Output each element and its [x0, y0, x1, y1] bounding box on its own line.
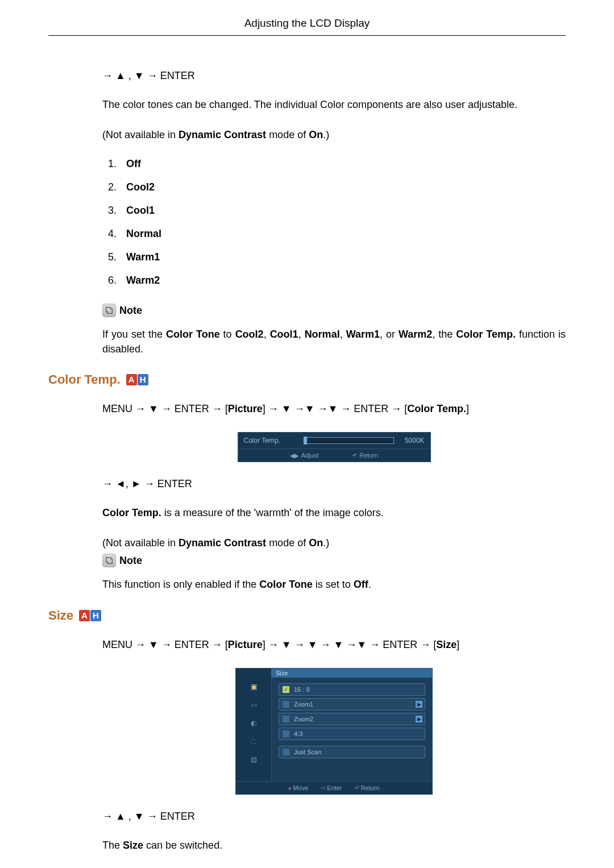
- sz-bold: Size: [123, 840, 143, 851]
- osd-size-body: ▣ ▭ ◐ ◌ ▤ ✓ 16 : 9 Zoom1 ▶: [236, 678, 432, 781]
- tone-off: Off: [126, 158, 141, 169]
- osd-item-zoom2[interactable]: Zoom2 ▶: [279, 713, 425, 725]
- nt-colortemp: Color Temp.: [456, 329, 516, 340]
- return-icon: ↶: [352, 452, 357, 459]
- section-size: Size A H: [48, 608, 566, 623]
- check-icon: [283, 701, 289, 708]
- nt-the: , the: [432, 329, 456, 340]
- mp-colortemp: Color Temp.: [407, 403, 466, 414]
- nt-s2: ,: [298, 329, 305, 340]
- badge-group: A H: [79, 610, 101, 621]
- on-label: On: [309, 129, 323, 140]
- osd-size-title: Size: [271, 668, 432, 678]
- main-content: → ▲ , ▼ → ENTER The color tones can be c…: [48, 70, 566, 868]
- osd-side-picture-icon[interactable]: ▣: [248, 682, 259, 691]
- list-item: Cool1: [119, 205, 566, 217]
- osd-side-setup-icon[interactable]: ◌: [248, 737, 259, 746]
- na-mode-of: mode of: [266, 129, 309, 140]
- mp-s-1: MENU → ▼ → ENTER → [: [102, 639, 228, 650]
- osd-item-label: Zoom1: [294, 701, 313, 708]
- note-color-tone-text: If you set the Color Tone to Cool2, Cool…: [102, 327, 566, 356]
- na-prefix: (Not available in: [102, 129, 179, 140]
- menu-path-size: MENU → ▼ → ENTER → [Picture] → ▼ → ▼ → ▼…: [102, 638, 566, 652]
- na2-suffix: .): [323, 537, 329, 549]
- osd-item-just-scan[interactable]: Just Scan: [279, 746, 425, 758]
- osd-sidebar: ▣ ▭ ◐ ◌ ▤: [236, 678, 272, 781]
- osd-main: ✓ 16 : 9 Zoom1 ▶ Zoom2 ▶: [272, 678, 432, 781]
- color-tone-list: Off Cool2 Cool1 Normal Warm1 Warm2: [102, 158, 566, 286]
- list-item: Warm1: [119, 251, 566, 263]
- nt-to: to: [220, 329, 235, 340]
- osd-item-4-3[interactable]: 4:3: [279, 728, 425, 740]
- nt-cool1: Cool1: [270, 329, 298, 340]
- osd-side-multi-icon[interactable]: ▤: [248, 755, 259, 764]
- osd-move-label: Move: [293, 784, 308, 791]
- mp-ct-2: ] → ▼ →▼ →▼ → ENTER → [: [263, 403, 407, 414]
- check-icon: ✓: [283, 686, 289, 693]
- mp-ct-1: MENU → ▼ → ENTER → [: [102, 403, 228, 414]
- note-row-2: Note: [102, 554, 566, 567]
- tone-cool2: Cool2: [126, 181, 155, 193]
- osd-item-16-9[interactable]: ✓ 16 : 9: [279, 683, 425, 696]
- list-item: Cool2: [119, 181, 566, 193]
- mp-s-2: ] → ▼ → ▼ → ▼ →▼ → ENTER → [: [263, 639, 436, 650]
- badge-a-icon: A: [79, 610, 90, 621]
- dynamic-contrast-label: Dynamic Contrast: [179, 129, 266, 140]
- osd-item-zoom1[interactable]: Zoom1 ▶: [279, 698, 425, 711]
- ctn-dot: .: [368, 579, 371, 590]
- nt-warm2: Warm2: [399, 329, 432, 340]
- osd-ct-row: Color Temp. 5000K: [238, 432, 431, 449]
- check-icon: [283, 749, 289, 755]
- mp-picture: Picture: [228, 403, 263, 414]
- nt-or: , or: [380, 329, 399, 340]
- nt-s1: ,: [264, 329, 270, 340]
- section-title-size: Size: [48, 608, 73, 623]
- not-available-note-2: (Not available in Dynamic Contrast mode …: [102, 536, 566, 550]
- osd-enter: ⏎Enter: [321, 784, 342, 791]
- note-icon: [102, 554, 116, 567]
- osd-return2-label: Return: [361, 784, 380, 791]
- size-description: The Size can be switched.: [102, 838, 566, 853]
- nav-color-tone: → ▲ , ▼ → ENTER: [102, 70, 566, 82]
- osd-item-label: Just Scan: [294, 749, 321, 755]
- nt-normal: Normal: [305, 329, 340, 340]
- color-temp-slider[interactable]: [305, 437, 394, 444]
- nt-warm1: Warm1: [346, 329, 380, 340]
- note-row-1: Note: [102, 304, 566, 317]
- tone-cool1: Cool1: [126, 205, 155, 216]
- color-tones-description: The color tones can be changed. The indi…: [102, 98, 566, 112]
- osd-color-temp: Color Temp. 5000K ◀▶Adjust ↶Return: [238, 432, 431, 462]
- slider-knob-icon: [304, 437, 307, 445]
- osd-return: ↶Return: [352, 452, 378, 459]
- sz-1: The: [102, 840, 123, 851]
- adjust-arrows-icon: ◀▶: [290, 452, 299, 459]
- osd-item-label: 16 : 9: [294, 686, 310, 693]
- osd-side-input-icon[interactable]: ▭: [248, 700, 259, 709]
- osd-side-sound-icon[interactable]: ◐: [248, 719, 259, 728]
- list-item: Off: [119, 158, 566, 170]
- tone-warm2: Warm2: [126, 275, 160, 286]
- sz-3: can be switched.: [143, 840, 222, 851]
- ct-desc-bold: Color Temp.: [102, 507, 161, 518]
- osd-adjust: ◀▶Adjust: [290, 452, 319, 459]
- chevron-right-icon: ▶: [416, 701, 422, 708]
- osd-size-menu: Size ▣ ▭ ◐ ◌ ▤ ✓ 16 : 9 Zoo: [235, 668, 433, 795]
- na2-on: On: [309, 537, 323, 549]
- na-suffix: .): [323, 129, 329, 140]
- note-icon: [102, 304, 116, 317]
- mp-s-picture: Picture: [228, 639, 263, 650]
- tone-normal: Normal: [126, 228, 161, 239]
- nt-colortone: Color Tone: [166, 329, 220, 340]
- osd-ct-bottom: ◀▶Adjust ↶Return: [238, 449, 431, 462]
- osd-adjust-label: Adjust: [301, 452, 319, 459]
- menu-path-color-temp: MENU → ▼ → ENTER → [Picture] → ▼ →▼ →▼ →…: [102, 402, 566, 416]
- nt-s3: ,: [340, 329, 346, 340]
- section-title-color-temp: Color Temp.: [48, 372, 121, 387]
- na2-dc: Dynamic Contrast: [179, 537, 266, 549]
- osd-ct-label: Color Temp.: [244, 437, 301, 445]
- nt-1: If you set the: [102, 329, 166, 340]
- check-icon: [283, 730, 289, 737]
- move-icon: ♦: [288, 785, 291, 791]
- check-icon: [283, 716, 289, 722]
- chevron-right-icon: ▶: [416, 716, 422, 722]
